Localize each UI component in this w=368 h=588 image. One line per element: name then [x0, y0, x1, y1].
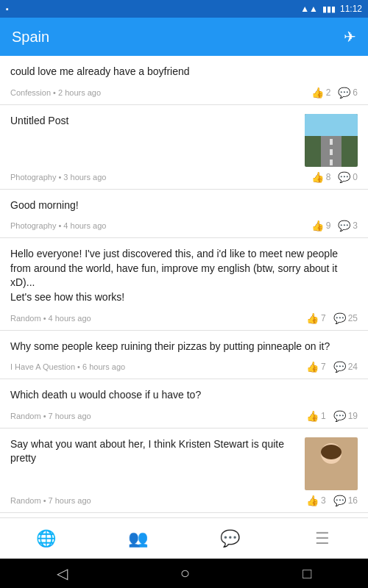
like-number: 8: [326, 172, 331, 182]
back-button[interactable]: ◁: [57, 564, 68, 582]
like-number: 2: [326, 87, 331, 98]
post-meta: I Have A Question • 6 hours ago: [10, 362, 125, 371]
list-item[interactable]: Hello everyone! I've just discovered thi…: [0, 238, 368, 330]
post-item-inner: could love me already have a boyfriend: [10, 65, 358, 82]
like-count: 👍 9: [311, 220, 331, 232]
comment-icon: 💬: [333, 361, 346, 373]
menu-nav[interactable]: ☰: [276, 518, 368, 559]
post-meta-row: Random • 7 hours ago 👍 3 💬 16: [10, 495, 358, 506]
home-button[interactable]: ○: [180, 564, 190, 583]
post-title: could love me already have a boyfriend: [10, 65, 358, 79]
comment-icon: 💬: [338, 87, 350, 98]
chat-nav-icon: 💬: [220, 529, 240, 548]
comment-count: 💬 24: [333, 361, 358, 373]
post-item-inner: Untitled Post: [10, 114, 358, 167]
svg-rect-8: [316, 468, 346, 490]
thumb-up-icon: 👍: [306, 495, 319, 506]
like-count: 👍 7: [306, 312, 326, 324]
comment-icon: 💬: [338, 220, 350, 232]
list-item[interactable]: Good morning! Photography • 4 hours ago …: [0, 190, 368, 239]
like-count: 👍 3: [306, 495, 326, 506]
globe-nav[interactable]: 🌐: [0, 518, 92, 559]
comment-icon: 💬: [333, 495, 346, 506]
post-text-block: Good morning!: [10, 198, 358, 216]
recent-button[interactable]: □: [302, 565, 311, 582]
post-stats: 👍 7 💬 25: [306, 312, 358, 324]
comment-count: 💬 0: [338, 171, 358, 183]
post-text-block: Untitled Post: [10, 114, 297, 132]
list-item[interactable]: Untitled Post Photography • 3 hours ago …: [0, 105, 368, 190]
people-nav[interactable]: 👥: [92, 518, 184, 559]
post-stats: 👍 2 💬 6: [311, 87, 358, 98]
post-stats: 👍 9 💬 3: [311, 220, 358, 232]
comment-number: 25: [348, 313, 358, 323]
globe-nav-icon: 🌐: [36, 529, 56, 548]
post-meta-row: I Have A Question • 6 hours ago 👍 7 💬 24: [10, 361, 358, 373]
post-title: Untitled Post: [10, 114, 297, 129]
status-bar-right: ▲▲ ▮▮▮ 11:12: [300, 4, 362, 14]
list-item[interactable]: Say what you want about her, I think Kri…: [0, 429, 368, 513]
post-meta-row: Photography • 4 hours ago 👍 9 💬 3: [10, 220, 358, 232]
post-title: Why some people keep ruining their pizza…: [10, 340, 358, 354]
post-text-block: could love me already have a boyfriend: [10, 65, 358, 82]
post-thumbnail: [305, 437, 358, 490]
post-meta-row: Confession • 2 hours ago 👍 2 💬 6: [10, 87, 358, 98]
post-meta: Confession • 2 hours ago: [10, 88, 101, 97]
post-stats: 👍 1 💬 19: [306, 410, 358, 422]
list-item[interactable]: could love me already have a boyfriend C…: [0, 56, 368, 105]
posts-list: could love me already have a boyfriend C…: [0, 56, 368, 517]
status-bar-left: ▪: [6, 4, 9, 13]
post-item-inner: Which death u would choose if u have to?: [10, 388, 358, 406]
post-stats: 👍 8 💬 0: [311, 171, 358, 183]
status-bar: ▪ ▲▲ ▮▮▮ 11:12: [0, 0, 368, 18]
top-bar: Spain ✈: [0, 18, 368, 56]
post-text-block: Say what you want about her, I think Kri…: [10, 437, 297, 469]
list-item[interactable]: Why some people keep ruining their pizza…: [0, 331, 368, 380]
post-item-inner: Say what you want about her, I think Kri…: [10, 437, 358, 490]
comment-count: 💬 3: [338, 220, 358, 232]
thumb-up-icon: 👍: [306, 361, 319, 373]
comment-icon: 💬: [333, 410, 346, 422]
thumb-up-icon: 👍: [311, 220, 324, 232]
post-text-block: Hello everyone! I've just discovered thi…: [10, 247, 358, 307]
like-count: 👍 1: [306, 410, 326, 422]
comment-count: 💬 19: [333, 410, 358, 422]
list-item[interactable]: Which death u would choose if u have to?…: [0, 379, 368, 429]
comment-icon: 💬: [333, 312, 346, 324]
post-meta: Random • 4 hours ago: [10, 314, 91, 323]
post-meta: Photography • 3 hours ago: [10, 173, 106, 182]
post-text-block: Why some people keep ruining their pizza…: [10, 340, 358, 357]
svg-rect-1: [305, 114, 358, 136]
svg-rect-5: [330, 159, 333, 165]
comment-icon: 💬: [338, 171, 350, 183]
people-nav-icon: 👥: [128, 529, 148, 548]
thumb-up-icon: 👍: [306, 410, 319, 422]
comment-number: 6: [353, 87, 358, 98]
thumb-up-icon: 👍: [311, 171, 324, 183]
menu-nav-icon: ☰: [315, 529, 330, 548]
post-meta: Photography • 4 hours ago: [10, 221, 106, 230]
like-number: 7: [321, 313, 326, 323]
post-meta: Random • 7 hours ago: [10, 496, 91, 505]
like-count: 👍 2: [311, 87, 331, 98]
post-thumbnail: [305, 114, 358, 167]
post-title: Good morning!: [10, 198, 358, 213]
svg-rect-4: [330, 149, 333, 155]
post-meta-row: Photography • 3 hours ago 👍 8 💬 0: [10, 171, 358, 183]
like-number: 1: [321, 411, 326, 421]
airplane-icon[interactable]: ✈: [344, 28, 356, 46]
post-meta-row: Random • 4 hours ago 👍 7 💬 25: [10, 312, 358, 324]
post-title: Hello everyone! I've just discovered thi…: [10, 247, 358, 304]
chat-nav[interactable]: 💬: [184, 518, 276, 559]
page-title: Spain: [12, 29, 49, 46]
post-item-inner: Good morning!: [10, 198, 358, 216]
android-nav: ◁ ○ □: [0, 559, 368, 588]
battery-icon: ▮▮▮: [322, 4, 336, 14]
comment-count: 💬 16: [333, 495, 358, 506]
post-meta: Random • 7 hours ago: [10, 412, 91, 420]
like-count: 👍 7: [306, 361, 326, 373]
post-item-inner: Hello everyone! I've just discovered thi…: [10, 247, 358, 307]
svg-rect-3: [330, 139, 333, 145]
like-number: 9: [326, 220, 331, 231]
post-text-block: Which death u would choose if u have to?: [10, 388, 358, 406]
